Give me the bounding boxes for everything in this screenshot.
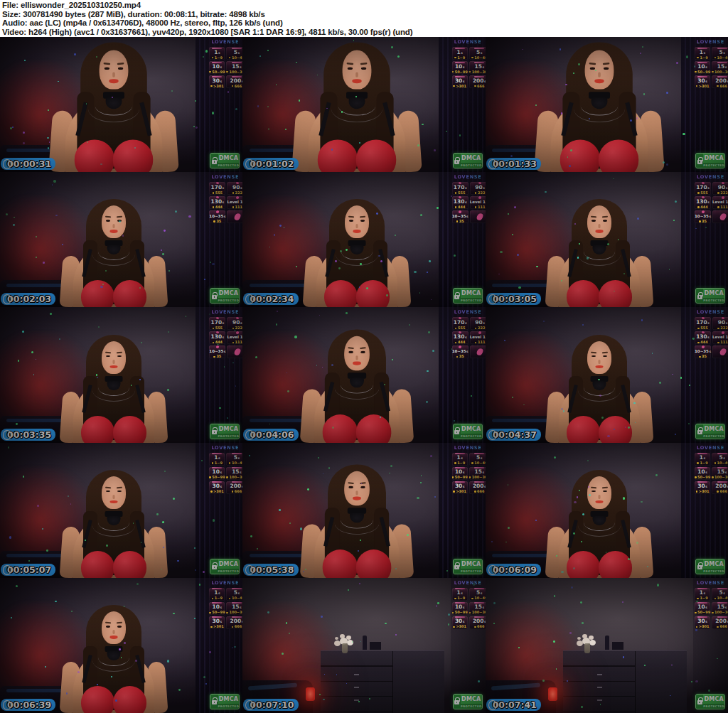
thumbnail-grid: LOVENSE 1s1~95s10~4910s50~9915s100~30030… [0,37,728,713]
tile-token-range: 35 [699,220,707,223]
lovense-tip-menu: LOVENSE 170s55590s222130s444Level 1-6111… [208,172,242,307]
tile-token-range: 666 [717,85,727,88]
eye [603,355,607,358]
lovense-brand: LOVENSE [208,174,242,180]
tile-token-range: 222 [475,326,485,330]
eyebrow [591,486,596,488]
timestamp-overlay: 00:03:05 [486,293,541,305]
lovense-tip-menu: LOVENSE 1s1~95s10~4910s50~9915s100~30030… [451,443,486,578]
tile-token-range: 555 [455,191,465,195]
eye [348,68,353,70]
tile-token-range: 1~9 [697,461,707,465]
tip-menu-tile: 10s50~99 [695,61,710,74]
face [342,50,371,90]
lovense-tip-menu: LOVENSE 170s55590s222130s444Level 1-6111… [451,307,486,442]
lovense-brand: LOVENSE [451,174,485,180]
metadata-line-file: File: elliswonder_202510310250.mp4 [2,1,728,10]
tile-duration: 10s [213,469,223,475]
tip-menu-tiles: 1s1~95s10~4910s50~9915s100~30030s>301200… [694,47,727,88]
red-top [326,280,388,307]
dmca-title: DMCA [703,559,724,569]
flower-bouquet [575,632,599,652]
token-icon [714,57,717,59]
drawer-handles [354,699,359,701]
tip-menu-tile [712,210,728,223]
red-top [562,140,637,173]
dark-box [612,642,623,650]
lovense-brand: LOVENSE [208,580,242,586]
tile-token-range: 444 [213,341,223,344]
eye [360,220,365,222]
token-icon [226,476,228,478]
dmca-badge: DMCA PROTECTED [210,424,240,439]
tile-duration: 200s [230,78,243,84]
dmca-title: DMCA [703,424,724,434]
tip-menu-tile: 5s10~49 [712,47,728,60]
tile-duration: 5s [476,50,482,55]
tile-token-range: 1~9 [454,596,465,600]
padlock-icon [696,559,703,574]
tile-token-range: >301 [210,490,224,493]
dmca-subtitle: PROTECTED [703,704,724,709]
eyebrow [602,351,608,353]
token-icon [699,220,701,223]
tile-duration: 10~35s [695,214,711,219]
tile-duration: 15s [474,604,484,610]
lovense-brand: LOVENSE [694,174,727,180]
token-icon [213,328,215,330]
tip-menu-tile: 5s10~49 [469,453,486,466]
tile-duration: 30s [213,618,223,624]
tip-menu-tile: 15s100~300 [226,467,242,480]
tip-menu-tile: 5s10~49 [712,453,728,466]
tip-menu-tiles: 1s1~95s10~4910s50~9915s100~30030s>301200… [694,453,727,494]
tip-menu-tile: 90s222 [712,182,728,195]
token-icon [712,612,714,614]
metadata-line-size: Size: 300781490 bytes (287 MiB), duratio… [2,10,728,19]
tile-duration: 200s [230,618,243,624]
token-icon [229,462,231,464]
bottle [605,636,609,650]
dmca-title: DMCA [218,289,240,298]
token-icon [453,490,455,493]
tip-menu-tile: 10s50~99 [209,467,225,480]
tip-menu-tiles: 170s55590s222130s444Level 1-611110~35s35 [694,182,727,223]
tile-token-range: 666 [232,85,242,88]
tip-menu-tile: 10s50~99 [452,61,468,74]
tile-token-range: 10~49 [229,56,242,60]
dmca-title: DMCA [218,424,240,434]
timestamp-overlay: 00:01:02 [243,158,298,170]
tile-duration: Level 1-6 [227,200,242,205]
dmca-badge: DMCA PROTECTED [210,288,240,304]
lovense-tip-menu: LOVENSE 1s1~95s10~4910s50~9915s100~30030… [693,37,728,172]
tip-menu-tile: 130s444 [695,331,711,344]
tip-menu-tile: 30s>301 [695,616,710,629]
tile-duration: 130s [696,199,710,205]
eye [105,68,109,70]
tile-token-range: >301 [453,490,466,493]
tile-token-range: 666 [232,625,242,628]
tile-token-range: 222 [232,326,242,330]
eye [603,220,607,222]
red-top [324,414,390,443]
token-icon [454,462,456,464]
dresser [563,650,687,712]
tile-duration: 200s [715,618,728,624]
dmca-subtitle: PROTECTED [218,434,240,439]
tile-duration: 130s [696,334,710,340]
tile-duration: 200s [715,78,728,84]
red-top [324,550,390,578]
tile-duration: 170s [454,185,467,191]
token-icon [452,612,454,614]
token-icon [471,57,473,59]
tile-token-range: >301 [210,85,224,88]
tile-duration: 10~35s [209,214,225,219]
tip-menu-tile: 15s100~300 [226,602,242,615]
token-icon [455,192,457,194]
tip-menu-tile: 10s50~99 [695,602,710,615]
tile-token-range: 222 [717,191,727,195]
red-top [568,551,631,578]
tip-menu-tile: 10~35s35 [695,210,711,223]
video-thumbnail: LOVENSE 170s55590s222130s444Level 1-6111… [486,172,728,307]
vibration-wave-icon [719,348,727,356]
nose [355,355,358,360]
